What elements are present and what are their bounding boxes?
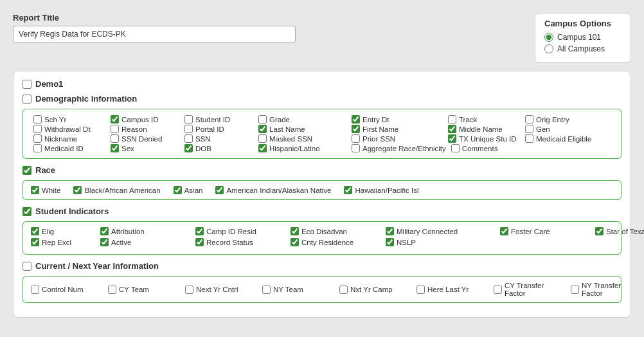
cb-middle-name-check[interactable] [448, 125, 456, 133]
cb-black-african-american-check[interactable] [73, 186, 82, 194]
campus-options-title: Campus Options [544, 19, 620, 28]
cb-comments-check[interactable] [451, 144, 460, 152]
student-indicators-checkbox[interactable] [22, 207, 31, 216]
cb-dob-check[interactable] [184, 144, 193, 152]
cb-nxt-yr-camp-check[interactable] [339, 286, 348, 294]
cb-ny-team-check[interactable] [262, 286, 271, 294]
demo1-checkbox[interactable] [22, 80, 31, 89]
demographic-row-1: Sch Yr Campus ID Student ID Grade Entry … [31, 114, 613, 124]
cb-ny-transfer-factor-check[interactable] [571, 286, 579, 294]
cb-rep-excl-check[interactable] [31, 238, 39, 246]
report-title-label: Report Title [13, 13, 522, 23]
race-section-row: Race [22, 165, 622, 175]
cb-white-check[interactable] [31, 186, 39, 194]
cb-entry-dt-check[interactable] [352, 115, 360, 123]
cb-cy-team-check[interactable] [108, 286, 116, 294]
demographic-checkbox[interactable] [22, 95, 31, 104]
cb-camp-id-resid-check[interactable] [195, 227, 204, 235]
cb-nickname: Nickname [31, 134, 108, 143]
report-title-block: Report Title [13, 13, 522, 42]
cb-hawaiian-pacific: Hawaiian/Pacific Isl [344, 186, 418, 194]
cb-hawaiian-pacific-check[interactable] [344, 186, 352, 194]
cb-first-name-check[interactable] [352, 125, 360, 133]
campus-101-label: Campus 101 [557, 33, 601, 42]
cb-withdrawal-dt-check[interactable] [33, 125, 42, 133]
cb-campus-id-check[interactable] [111, 115, 119, 123]
cb-prior-ssn-check[interactable] [352, 134, 360, 143]
cb-military-connected: Military Connected [386, 227, 488, 235]
campus-101-row: Campus 101 [544, 33, 620, 42]
cb-prior-ssn: Prior SSN [349, 134, 445, 143]
cb-gen-check[interactable] [525, 125, 533, 133]
cb-reason-check[interactable] [111, 125, 119, 133]
report-title-input[interactable] [13, 26, 296, 42]
cb-orig-entry-check[interactable] [525, 115, 533, 123]
demographic-row-3: Nickname SSN Denied SSN Masked SSN Prior… [31, 134, 613, 143]
cb-here-last-yr: Here Last Yr [416, 282, 487, 297]
cb-here-last-yr-check[interactable] [416, 286, 425, 294]
current-next-year-group: Control Num CY Team Next Yr Cntrl NY Tea… [22, 276, 622, 303]
cb-record-status-check[interactable] [195, 238, 204, 246]
cb-medicaid-eligible: Medicaid Eligible [523, 134, 616, 143]
all-campuses-row: All Campuses [544, 44, 620, 53]
cb-attribution-check[interactable] [100, 227, 109, 235]
indicators-row-2: Rep Excl Active Record Status Cnty Resid… [31, 238, 613, 246]
cb-nslp: NSLP [386, 238, 443, 246]
cb-active-check[interactable] [100, 238, 109, 246]
cb-orig-entry: Orig Entry [523, 114, 616, 124]
demographic-section-row: Demographic Information [22, 94, 622, 104]
cb-nslp-check[interactable] [386, 238, 394, 246]
cb-nickname-check[interactable] [33, 134, 42, 143]
cb-medicaid-eligible-check[interactable] [525, 134, 533, 143]
cb-student-id-check[interactable] [184, 115, 193, 123]
cb-cy-transfer-factor-check[interactable] [494, 286, 502, 294]
cb-tx-unique-stu-id-check[interactable] [448, 134, 456, 143]
cb-sex-check[interactable] [111, 144, 119, 152]
cb-grade-check[interactable] [258, 115, 267, 123]
cb-comments: Comments [449, 143, 526, 153]
indicators-row-1: Elig Attribution Camp ID Resid Eco Disad… [31, 227, 613, 235]
cb-track-check[interactable] [448, 115, 456, 123]
all-campuses-radio[interactable] [544, 44, 553, 53]
cb-control-num-check[interactable] [31, 286, 39, 294]
cb-attribution: Attribution [100, 227, 184, 235]
cb-american-indian-check[interactable] [215, 186, 224, 194]
cb-withdrawal-dt: Withdrawal Dt [31, 124, 108, 134]
main-container: Report Title Campus Options Campus 101 A… [6, 6, 638, 324]
cb-hispanic-latino: Hispanic/Latino [256, 143, 349, 153]
cb-ny-transfer-factor: NY Transfer Factor [571, 282, 641, 297]
cb-foster-care-check[interactable] [500, 227, 508, 235]
cb-cy-team: CY Team [108, 282, 179, 297]
cb-star-of-texas: Star of Texas Award [595, 227, 644, 235]
cb-next-yr-cntrl-check[interactable] [185, 286, 193, 294]
cb-asian-check[interactable] [174, 186, 182, 194]
cb-black-african-american: Black/African American [73, 186, 160, 194]
cb-record-status: Record Status [195, 238, 279, 246]
cb-ssn-denied-check[interactable] [111, 134, 119, 143]
demographic-row-4: Medicaid ID Sex DOB Hispanic/Latino Aggr… [31, 143, 613, 153]
cb-last-name-check[interactable] [258, 125, 267, 133]
cb-active: Active [100, 238, 184, 246]
cb-masked-ssn-check[interactable] [258, 134, 267, 143]
student-indicators-label: Student Indicators [35, 206, 109, 216]
cb-sch-yr-check[interactable] [33, 115, 42, 123]
cb-medicaid-id-check[interactable] [33, 144, 42, 152]
cb-star-of-texas-check[interactable] [595, 227, 604, 235]
current-next-year-label: Current / Next Year Information [35, 261, 159, 271]
cb-portal-id-check[interactable] [184, 125, 193, 133]
cb-eco-disadvan-check[interactable] [291, 227, 299, 235]
cb-hispanic-latino-check[interactable] [258, 144, 267, 152]
cb-ssn-check[interactable] [184, 134, 193, 143]
demographic-row-2: Withdrawal Dt Reason Portal ID Last Name… [31, 124, 613, 134]
campus-101-radio[interactable] [544, 33, 553, 42]
cb-first-name: First Name [349, 124, 445, 134]
current-next-year-section-row: Current / Next Year Information [22, 261, 622, 271]
cb-aggregate-race-check[interactable] [352, 144, 360, 152]
cb-white: White [31, 186, 60, 194]
cb-military-connected-check[interactable] [386, 227, 394, 235]
cb-cnty-residence-check[interactable] [291, 238, 299, 246]
race-checkbox[interactable] [22, 166, 31, 175]
cb-ssn: SSN [182, 134, 256, 143]
cb-elig-check[interactable] [31, 227, 39, 235]
current-next-year-checkbox[interactable] [22, 262, 31, 271]
